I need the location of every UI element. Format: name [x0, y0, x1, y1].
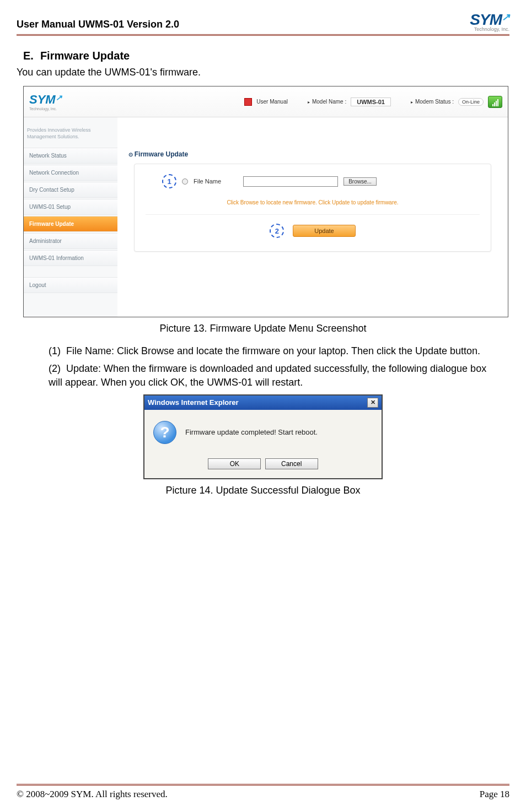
step-2: (2) Update: When the firmware is downloa…	[49, 362, 487, 389]
figure-13-caption: Picture 13. Firmware Update Menu Screens…	[17, 323, 509, 334]
close-icon[interactable]: ✕	[367, 398, 378, 408]
section-heading: E.Firmware Update	[23, 50, 509, 62]
nav-logout[interactable]: Logout	[24, 277, 117, 293]
separator	[146, 214, 480, 215]
radio-icon[interactable]	[182, 178, 188, 185]
screenshot-topbar: SYM↗ Technology, Inc. User Manual Model …	[24, 86, 508, 117]
nav-network-status[interactable]: Network Status	[24, 148, 117, 164]
logo-text: SYM	[470, 11, 502, 28]
nav-dry-contact[interactable]: Dry Contact Setup	[24, 182, 117, 198]
question-icon: ?	[153, 421, 176, 444]
firmware-card: 1 File Name Browse... Click Browse to lo…	[134, 164, 491, 252]
model-value: UWMS-01	[351, 98, 391, 106]
ss-logo-text: SYM	[29, 93, 56, 106]
file-name-label: File Name	[194, 178, 221, 185]
screenshot-logo: SYM↗ Technology, Inc.	[29, 93, 123, 111]
nav-uwms-setup[interactable]: UWMS-01 Setup	[24, 199, 117, 215]
logo-tagline: Technology, Inc.	[470, 26, 509, 32]
figure-14-caption: Picture 14. Update Successful Dialogue B…	[17, 485, 509, 496]
pdf-icon	[244, 98, 252, 106]
step-2-text: Update: When the firmware is downloaded …	[49, 363, 486, 387]
nav-network-connection[interactable]: Network Connection	[24, 165, 117, 181]
section-intro: You can update the UWMS-01's firmware.	[17, 67, 509, 78]
step-1-text: File Name: Click Browse and locate the f…	[66, 345, 480, 356]
sidebar-caption: Provides Innovative Wireless Management …	[24, 127, 117, 148]
screenshot-sidebar: Provides Innovative Wireless Management …	[24, 117, 117, 317]
dialog-title-text: Windows Internet Explorer	[148, 398, 239, 407]
nav-uwms-info[interactable]: UWMS-01 Information	[24, 250, 117, 266]
callout-1: 1	[162, 174, 176, 188]
screenshot-main: Firmware Update 1 File Name Browse... Cl…	[117, 117, 508, 317]
steps-list: (1) File Name: Click Browse and locate t…	[49, 344, 487, 389]
ie-dialog: Windows Internet Explorer ✕ ? Firmware u…	[143, 394, 383, 479]
modem-status: On-Line	[458, 98, 484, 106]
dialog-titlebar: Windows Internet Explorer ✕	[144, 396, 382, 410]
firmware-screenshot: SYM↗ Technology, Inc. User Manual Model …	[23, 86, 508, 317]
model-label: Model Name :	[308, 99, 346, 105]
file-path-input[interactable]	[243, 176, 338, 187]
ok-button[interactable]: OK	[208, 458, 261, 469]
panel-title: Firmware Update	[128, 150, 497, 158]
section-title: Firmware Update	[40, 50, 130, 62]
cancel-button[interactable]: Cancel	[265, 458, 318, 469]
nav-administrator[interactable]: Administrator	[24, 233, 117, 249]
step-1-num: (1)	[49, 345, 61, 356]
nav-firmware-update[interactable]: Firmware Update	[24, 216, 117, 232]
doc-title: User Manual UWMS-01 Version 2.0	[17, 11, 179, 30]
page-number: Page 18	[480, 789, 509, 800]
signal-icon	[488, 96, 502, 108]
section-letter: E.	[23, 50, 34, 62]
step-2-num: (2)	[49, 363, 61, 374]
help-text: Click Browse to locate new firmware. Cli…	[146, 199, 480, 205]
modem-label: Modem Status :	[411, 99, 454, 105]
user-manual-link[interactable]: User Manual	[256, 99, 288, 105]
update-button[interactable]: Update	[293, 225, 355, 237]
dialog-message: Firmware update completed! Start reboot.	[185, 428, 318, 436]
browse-button[interactable]: Browse...	[343, 177, 377, 186]
page-header: User Manual UWMS-01 Version 2.0 SYM↗ Tec…	[17, 11, 509, 36]
page-footer: © 2008~2009 SYM. All rights reserved. Pa…	[17, 784, 509, 800]
step-1: (1) File Name: Click Browse and locate t…	[49, 344, 487, 358]
ss-logo-tag: Technology, Inc.	[29, 107, 123, 111]
callout-2: 2	[270, 224, 284, 238]
header-logo: SYM↗ Technology, Inc.	[470, 11, 509, 32]
copyright-text: © 2008~2009 SYM. All rights reserved.	[17, 789, 168, 800]
